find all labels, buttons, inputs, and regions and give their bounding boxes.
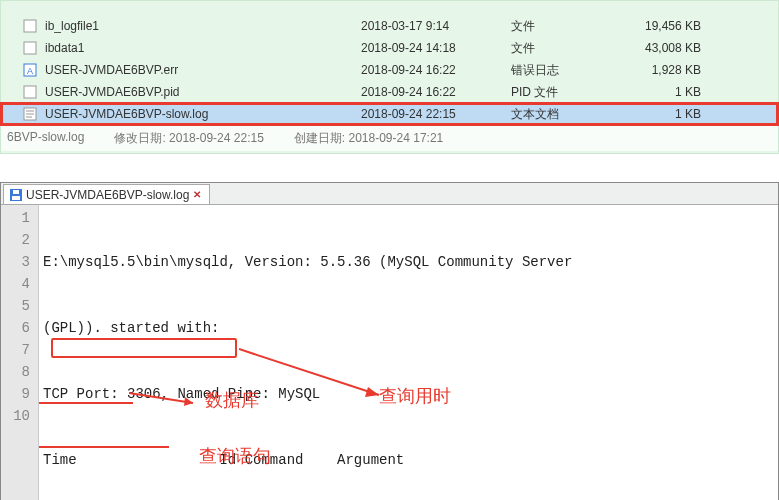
underline-select <box>39 446 169 448</box>
file-icon <box>23 1 41 15</box>
file-name: USER-JVMDAE6BVP.pid <box>41 85 361 99</box>
file-type: 文件 <box>511 40 611 57</box>
file-name: USER-JVMDAE6BVP-slow.log <box>41 107 361 121</box>
file-name: USER-JVMDAE6BVP.err <box>41 63 361 77</box>
svg-text:A: A <box>27 66 33 76</box>
err-icon: A <box>23 62 41 78</box>
svg-rect-11 <box>13 190 19 194</box>
status-filename: 6BVP-slow.log <box>7 130 84 147</box>
file-icon <box>23 40 41 56</box>
file-name: ib_logfile1 <box>41 19 361 33</box>
file-size: 43,008 KB <box>611 41 731 55</box>
status-modified: 修改日期: 2018-09-24 22:15 <box>114 130 263 147</box>
file-date: 2018-03-17 9:14 <box>361 19 511 33</box>
svg-rect-0 <box>24 20 36 32</box>
file-row-partial[interactable] <box>1 1 778 15</box>
editor-pane: USER-JVMDAE6BVP-slow.log ✕ 1 2 3 4 5 6 7… <box>0 182 779 500</box>
code-line: E:\mysql5.5\bin\mysqld, Version: 5.5.36 … <box>43 251 774 273</box>
file-name: ibdata1 <box>41 41 361 55</box>
svg-rect-4 <box>24 86 36 98</box>
txt-icon <box>23 106 41 122</box>
file-row[interactable]: ib_logfile1 2018-03-17 9:14 文件 19,456 KB <box>1 15 778 37</box>
file-type: 文件 <box>511 18 611 35</box>
file-size: 1,928 KB <box>611 63 731 77</box>
status-bar: 6BVP-slow.log 修改日期: 2018-09-24 22:15 创建日… <box>1 125 778 151</box>
file-size: 1 KB <box>611 85 731 99</box>
file-type: PID 文件 <box>511 84 611 101</box>
highlight-query-time <box>51 338 237 358</box>
tab-bar: USER-JVMDAE6BVP-slow.log ✕ <box>1 183 778 205</box>
file-type: 文本文档 <box>511 106 611 123</box>
line-gutter: 1 2 3 4 5 6 7 8 9 10 <box>1 205 39 500</box>
close-icon[interactable]: ✕ <box>193 189 201 200</box>
code-area[interactable]: E:\mysql5.5\bin\mysqld, Version: 5.5.36 … <box>39 205 778 500</box>
file-icon <box>23 84 41 100</box>
file-row-selected[interactable]: USER-JVMDAE6BVP-slow.log 2018-09-24 22:1… <box>1 103 778 125</box>
svg-rect-1 <box>24 42 36 54</box>
file-list-pane: ib_logfile1 2018-03-17 9:14 文件 19,456 KB… <box>0 0 779 154</box>
file-type: 错误日志 <box>511 62 611 79</box>
editor-body: 1 2 3 4 5 6 7 8 9 10 E:\mysql5.5\bin\mys… <box>1 205 778 500</box>
tab-title: USER-JVMDAE6BVP-slow.log <box>26 188 189 202</box>
file-icon <box>23 18 41 34</box>
code-line: TCP Port: 3306, Named Pipe: MySQL <box>43 383 774 405</box>
file-row[interactable]: ibdata1 2018-09-24 14:18 文件 43,008 KB <box>1 37 778 59</box>
disk-icon <box>10 189 22 201</box>
code-line: (GPL)). started with: <box>43 317 774 339</box>
file-row[interactable]: USER-JVMDAE6BVP.pid 2018-09-24 16:22 PID… <box>1 81 778 103</box>
svg-rect-10 <box>12 196 20 200</box>
code-line: Time Id Command Argument <box>43 449 774 471</box>
file-row[interactable]: A USER-JVMDAE6BVP.err 2018-09-24 16:22 错… <box>1 59 778 81</box>
tab-slowlog[interactable]: USER-JVMDAE6BVP-slow.log ✕ <box>3 184 210 204</box>
file-date: 2018-09-24 14:18 <box>361 41 511 55</box>
file-date: 2018-09-24 16:22 <box>361 85 511 99</box>
file-date: 2018-09-24 22:15 <box>361 107 511 121</box>
file-date: 2018-09-24 16:22 <box>361 63 511 77</box>
status-created: 创建日期: 2018-09-24 17:21 <box>294 130 443 147</box>
file-size: 19,456 KB <box>611 19 731 33</box>
file-size: 1 KB <box>611 107 731 121</box>
